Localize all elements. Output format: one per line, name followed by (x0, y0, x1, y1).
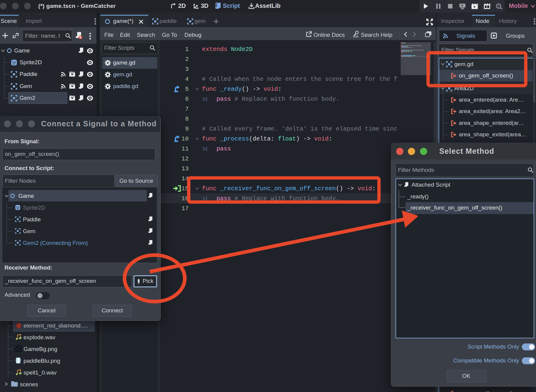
svg-text:DOC: DOC (353, 35, 359, 38)
